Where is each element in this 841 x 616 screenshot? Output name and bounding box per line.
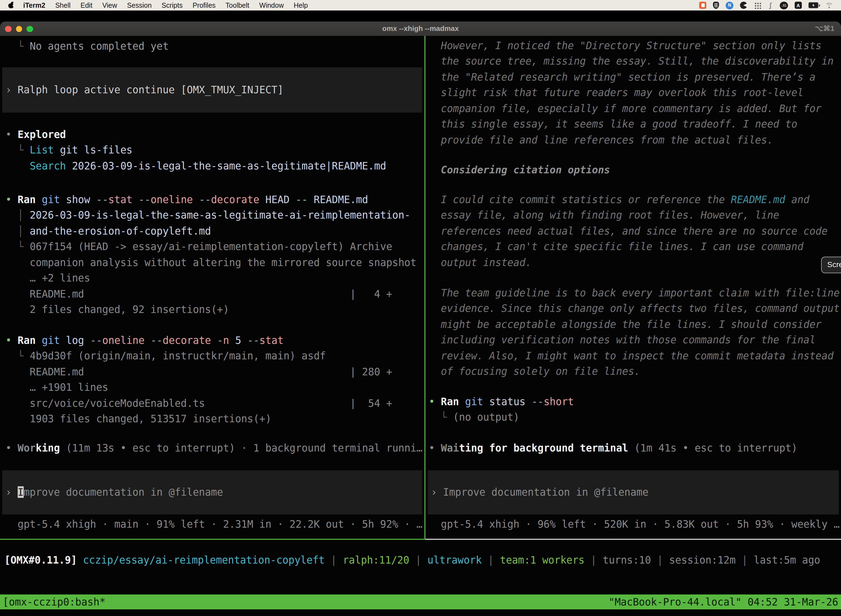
term-line: slight risk that future readers may over… (429, 85, 841, 101)
term-line: this single essay, it seems like a good … (429, 116, 841, 132)
term-segment: Ran (18, 334, 42, 346)
terminal-pane-left[interactable]: › Ralph loop active continue [OMX_TMUX_I… (0, 36, 424, 539)
window-title-bar[interactable]: omx --xhigh --madmax ⌥⌘1 (0, 22, 841, 36)
battery-icon[interactable] (809, 2, 818, 8)
menu-item-toolbelt[interactable]: Toolbelt (226, 1, 249, 9)
pane-divider-vertical[interactable] (424, 36, 425, 539)
term-line: the source tree, missing the essay. Stil… (429, 54, 841, 70)
term-segment: companion analysis without altering the … (6, 257, 416, 268)
app-menus: iTerm2ShellEditViewSessionScriptsProfile… (23, 1, 308, 9)
term-segment: slight risk that future readers may over… (429, 87, 803, 98)
term-line: references need actual files, and since … (429, 224, 841, 239)
prompt-input-left[interactable]: › Improve documentation in @filename (2, 470, 422, 515)
term-segment: | (325, 554, 343, 566)
dots-grid-icon[interactable] (754, 1, 761, 9)
apple-icon[interactable] (8, 2, 14, 8)
ralph-loop-banner[interactable]: › Ralph loop active continue [OMX_TMUX_I… (2, 67, 422, 113)
term-segment: README.md (731, 194, 785, 205)
terminal-pane-right[interactable]: › Improve documentation in @filename How… (425, 36, 841, 539)
shield-grid-icon[interactable] (713, 1, 719, 9)
term-segment: 067f154 (HEAD -> essay/ai-reimplementati… (30, 241, 393, 252)
prompt-input-right[interactable]: › Improve documentation in @filename (428, 470, 839, 515)
term-segment: session:12m (669, 554, 736, 566)
term-segment: evidence. Since this change only affects… (429, 303, 840, 314)
term-segment: Search (30, 160, 66, 172)
term-segment: • (6, 442, 18, 454)
letter-a-badge-icon[interactable]: A (795, 1, 802, 9)
term-segment: of focusing solely on file lines. (429, 365, 640, 377)
window-title: omx --xhigh --madmax (0, 22, 841, 36)
menu-item-shell[interactable]: Shell (55, 1, 70, 9)
term-segment: Ralph loop active continue [OMX_TMUX_INJ… (18, 84, 284, 95)
term-segment: Ran (441, 396, 465, 407)
term-segment: git (465, 396, 489, 407)
term-line: companion analysis without altering the … (6, 255, 424, 271)
tmux-host-clock: "MacBook-Pro-44.local" 04:52 31-Mar-26 (609, 594, 838, 609)
term-segment: log (66, 334, 90, 346)
term-line: └ List git ls-files (6, 143, 424, 158)
term-segment: | (585, 554, 603, 566)
term-line: • Ran git show --stat --oneline --decora… (6, 192, 424, 208)
term-segment: • (6, 194, 18, 205)
term-segment: List (30, 144, 54, 156)
term-line: Considering citation options (429, 162, 841, 178)
wifi-icon[interactable] (825, 2, 833, 8)
menu-item-help[interactable]: Help (294, 1, 308, 9)
term-line: I could cite commit statistics or refere… (429, 192, 841, 208)
term-segment: • (429, 442, 441, 454)
term-segment: • (6, 334, 18, 346)
term-segment: … +2 lines (6, 272, 90, 284)
term-line: 2 files changed, 92 insertions(+) (6, 302, 424, 318)
menu-item-edit[interactable]: Edit (81, 1, 92, 9)
menu-status-icons: N ..61 A (699, 1, 833, 9)
term-line: of focusing solely on file lines. (429, 364, 841, 380)
term-segment: changes, I can't cite specific file line… (429, 241, 803, 252)
term-segment: [OMX#0.11.9] (4, 554, 77, 566)
term-segment: gpt-5.4 xhigh · 96% left · 520K in · 5.8… (429, 518, 840, 530)
terminal-block: However, I noticed the "Directory Struct… (429, 38, 841, 148)
term-segment: essay file, along with finding root file… (429, 210, 779, 221)
hook-icon[interactable] (768, 1, 773, 9)
term-segment: Explored (18, 129, 66, 140)
term-line: 1903 files changed, 513517 insertions(+) (6, 411, 424, 427)
term-segment: - (217, 334, 223, 346)
wedge-icon[interactable] (740, 1, 747, 9)
menu-item-window[interactable]: Window (259, 1, 284, 9)
term-segment: Wai (441, 442, 459, 454)
term-line: companion file, especially if more comme… (429, 101, 841, 117)
term-segment: review. Also, I might want to inspect th… (429, 350, 834, 362)
term-segment: └ (6, 144, 30, 156)
term-segment: oneline (103, 334, 151, 346)
terminal-window: omx --xhigh --madmax ⌥⌘1 › Ralph loop ac… (0, 22, 841, 616)
blue-badge-icon[interactable]: N (726, 1, 733, 9)
term-segment: status (489, 396, 532, 407)
term-line: │ and-the-erosion-of-copyleft.md (6, 224, 424, 239)
term-line: • Working (11m 13s • esc to interrupt) ·… (6, 440, 424, 456)
term-segment: stat (259, 334, 284, 346)
term-segment: src/voice/voiceModeEnabled.ts | 54 + (6, 397, 393, 409)
menu-item-session[interactable]: Session (127, 1, 152, 9)
term-segment: | (651, 554, 669, 566)
menu-item-scripts[interactable]: Scripts (162, 1, 183, 9)
terminal-block: The team guideline is to back every impo… (429, 285, 841, 380)
term-segment: └ (429, 412, 453, 423)
usage-badge-icon[interactable]: ..61 (780, 1, 788, 9)
term-line: gpt-5.4 xhigh · 96% left · 520K in · 5.8… (429, 517, 841, 532)
term-line: review. Also, I might want to inspect th… (429, 348, 841, 364)
menu-item-view[interactable]: View (103, 1, 117, 9)
menu-item-profiles[interactable]: Profiles (193, 1, 215, 9)
term-segment: • (6, 129, 18, 140)
term-segment: (11m 13s • esc to interrupt) · 1 backgro… (60, 442, 422, 454)
term-segment: README.md (314, 194, 368, 205)
tmux-status-bar: [omx-cczip0:bash* "MacBook-Pro-44.local"… (0, 594, 841, 609)
menu-item-iterm2[interactable]: iTerm2 (23, 1, 45, 9)
term-segment: turns:10 (603, 554, 651, 566)
term-line: Search 2026-03-09-is-legal-the-same-as-l… (6, 158, 424, 174)
term-segment: -- (90, 334, 103, 346)
menu-bar: iTerm2ShellEditViewSessionScriptsProfile… (0, 0, 841, 10)
term-line: README.md | 280 + (6, 364, 424, 380)
chat-badge-icon[interactable] (699, 1, 706, 9)
term-segment: gpt-5.4 xhigh · main · 91% left · 2.31M … (6, 518, 422, 530)
term-segment: | (409, 554, 428, 566)
term-line: • Ran git status --short (429, 394, 841, 410)
